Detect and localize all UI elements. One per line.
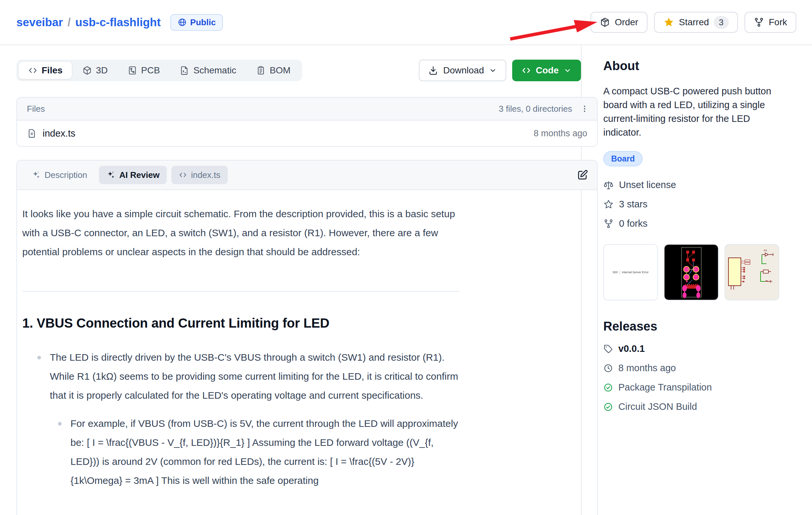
divider bbox=[22, 291, 459, 292]
release-rows: v0.0.1 8 months ago Package Transpilatio… bbox=[603, 343, 780, 412]
visibility-label: Public bbox=[190, 18, 215, 28]
tab-index-ts-label: index.ts bbox=[191, 170, 221, 180]
tab-pcb-label: PCB bbox=[141, 65, 160, 76]
thumbnail-3d-preview[interactable]: 500 | Internal Server Error bbox=[603, 244, 658, 300]
bullet-text: The LED is directly driven by the USB-C'… bbox=[50, 352, 458, 401]
review-body: It looks like you have a simple circuit … bbox=[17, 190, 597, 515]
starred-label: Starred bbox=[679, 17, 709, 28]
repo-page: seveibar / usb-c-flashlight Public Order bbox=[0, 0, 812, 515]
view-tabs: Files 3D PCB bbox=[17, 60, 302, 81]
files-card-title: Files bbox=[27, 104, 45, 114]
svg-text:R1: R1 bbox=[764, 249, 767, 252]
fork-label: Fork bbox=[769, 17, 787, 28]
about-description: A compact USB-C powered push button boar… bbox=[603, 84, 779, 139]
stars-label: 3 stars bbox=[619, 199, 647, 210]
section-heading: 1. VBUS Connection and Current Limiting … bbox=[22, 315, 470, 331]
tab-bom[interactable]: BOM bbox=[247, 62, 300, 79]
scale-icon bbox=[603, 180, 614, 190]
code-icon bbox=[28, 65, 38, 75]
tab-3d[interactable]: 3D bbox=[73, 62, 117, 79]
tab-description[interactable]: Description bbox=[24, 166, 94, 184]
releases-title: Releases bbox=[603, 320, 780, 334]
review-tabbar: Description AI Review index.ts bbox=[17, 160, 597, 190]
download-button[interactable]: Download bbox=[419, 60, 506, 81]
thumbnail-pcb-preview[interactable] bbox=[664, 244, 719, 300]
release-version-row: v0.0.1 bbox=[603, 343, 780, 354]
star-outline-icon bbox=[603, 199, 614, 210]
preview-thumbnails: 500 | Internal Server Error bbox=[603, 244, 780, 300]
tab-index-ts[interactable]: index.ts bbox=[171, 166, 228, 184]
star-icon bbox=[663, 17, 674, 28]
thumbnail-schematic-preview[interactable]: R1 bbox=[725, 244, 779, 300]
tab-files[interactable]: Files bbox=[19, 62, 72, 79]
markdown-content: It looks like you have a simple circuit … bbox=[22, 205, 470, 490]
repo-meta: Unset license 3 stars 0 forks bbox=[603, 180, 780, 229]
files-card-header: Files 3 files, 0 directories bbox=[17, 98, 597, 121]
release-age: 8 months ago bbox=[618, 363, 676, 373]
board-topic-chip[interactable]: Board bbox=[603, 151, 643, 166]
schematic-preview-art: R1 bbox=[725, 245, 779, 300]
globe-icon bbox=[178, 18, 187, 27]
fork-icon bbox=[603, 218, 614, 229]
view-toolbar: Files 3D PCB bbox=[17, 60, 581, 81]
repo-header: seveibar / usb-c-flashlight Public Order bbox=[0, 0, 812, 45]
bom-icon bbox=[256, 65, 266, 75]
list-item: The LED is directly driven by the USB-C'… bbox=[50, 348, 469, 490]
code-button[interactable]: Code bbox=[512, 60, 581, 81]
chevron-down-icon bbox=[563, 66, 572, 75]
sparkles-icon bbox=[31, 170, 40, 180]
owner-link[interactable]: seveibar bbox=[17, 16, 63, 29]
file-row[interactable]: index.ts 8 months ago bbox=[17, 121, 597, 146]
check-circle-icon bbox=[603, 383, 613, 392]
check-label: Circuit JSON Build bbox=[618, 401, 697, 412]
tab-schematic[interactable]: Schematic bbox=[170, 62, 245, 79]
content-layout: Files 3D PCB bbox=[0, 45, 812, 515]
star-count-badge: 3 bbox=[714, 16, 729, 29]
review-intro: It looks like you have a simple circuit … bbox=[22, 205, 470, 262]
breadcrumb: seveibar / usb-c-flashlight Public bbox=[17, 14, 223, 31]
stars-row[interactable]: 3 stars bbox=[603, 199, 780, 210]
review-sublist: For example, if VBUS (from USB-C) is 5V,… bbox=[50, 414, 469, 490]
fork-icon bbox=[754, 17, 764, 28]
file-name-link[interactable]: index.ts bbox=[42, 128, 76, 139]
file-updated: 8 months ago bbox=[533, 128, 587, 139]
code-label: Code bbox=[536, 65, 559, 76]
list-item: For example, if VBUS (from USB-C) is 5V,… bbox=[70, 414, 464, 490]
license-label: Unset license bbox=[619, 180, 676, 190]
files-summary: 3 files, 0 directories bbox=[499, 104, 572, 114]
release-check-row: Package Transpilation bbox=[603, 382, 780, 393]
tab-schematic-label: Schematic bbox=[193, 65, 236, 76]
code-icon bbox=[521, 65, 531, 75]
order-button[interactable]: Order bbox=[590, 12, 647, 33]
tab-3d-label: 3D bbox=[96, 65, 108, 76]
bullet-text: For example, if VBUS (from USB-C) is 5V,… bbox=[70, 418, 458, 486]
release-version-link[interactable]: v0.0.1 bbox=[618, 343, 645, 354]
fork-button[interactable]: Fork bbox=[745, 12, 796, 33]
tag-icon bbox=[603, 344, 613, 354]
red-arrow-annotation bbox=[506, 18, 605, 44]
schematic-icon bbox=[180, 65, 190, 75]
breadcrumb-separator: / bbox=[67, 16, 71, 29]
package-icon bbox=[600, 17, 610, 28]
code-icon bbox=[179, 171, 187, 179]
topic-chips: Board bbox=[603, 151, 780, 166]
clock-icon bbox=[603, 363, 613, 373]
download-icon bbox=[428, 65, 438, 76]
thumbnail-error-text: 500 | Internal Server Error bbox=[613, 270, 649, 275]
repo-name-link[interactable]: usb-c-flashlight bbox=[76, 16, 161, 29]
pcb-preview-art bbox=[665, 245, 718, 300]
chevron-down-icon bbox=[489, 66, 497, 75]
file-icon bbox=[27, 128, 37, 138]
starred-button[interactable]: Starred 3 bbox=[654, 12, 738, 33]
releases-section: Releases v0.0.1 8 months ago bbox=[603, 320, 780, 412]
forks-row[interactable]: 0 forks bbox=[603, 218, 780, 229]
release-age-row: 8 months ago bbox=[603, 363, 780, 373]
tab-description-label: Description bbox=[45, 170, 87, 180]
pcb-icon bbox=[127, 65, 137, 75]
tab-ai-review[interactable]: AI Review bbox=[99, 166, 167, 184]
tab-files-label: Files bbox=[41, 65, 63, 76]
tab-pcb[interactable]: PCB bbox=[118, 62, 169, 79]
header-actions: Order Starred 3 Fork bbox=[590, 12, 796, 33]
tab-bom-label: BOM bbox=[270, 65, 291, 76]
download-label: Download bbox=[443, 65, 484, 76]
